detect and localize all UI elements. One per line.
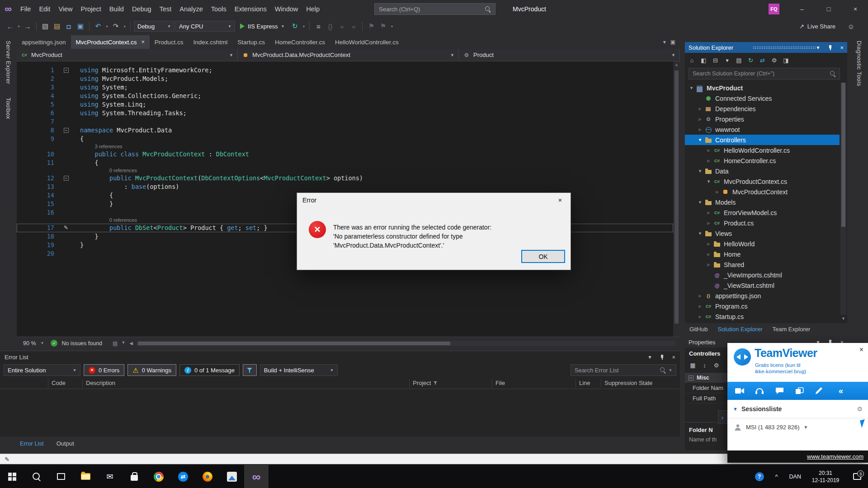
codelens-references[interactable]: 3 references xyxy=(17,143,673,150)
expander-icon[interactable]: ▹ xyxy=(713,189,721,195)
tree-item-controllers[interactable]: ▾Controllers xyxy=(685,135,840,145)
expander-icon[interactable]: ▹ xyxy=(705,147,712,153)
back-icon[interactable]: ← xyxy=(5,20,15,32)
file-transfer-icon[interactable] xyxy=(794,386,804,395)
show-hidden-icons-button[interactable]: ^ xyxy=(769,465,785,488)
run-iis-express-button[interactable]: IIS Express ▼ xyxy=(236,20,288,32)
column-header-file[interactable]: File xyxy=(495,380,505,386)
chevron-down-icon[interactable]: ▼ xyxy=(121,340,125,347)
expander-icon[interactable]: ▹ xyxy=(696,127,704,132)
expander-icon[interactable]: ▹ xyxy=(696,303,704,309)
minimize-button[interactable]: – xyxy=(791,0,813,18)
session-item[interactable]: MSI (1 483 292 826) ▼ xyxy=(734,423,808,431)
panel-tab-solution-explorer[interactable]: Solution Explorer xyxy=(717,326,762,333)
side-tab-server-explorer[interactable]: Server Explorer xyxy=(5,41,12,84)
scrollbar-thumb[interactable] xyxy=(675,70,679,324)
solution-search-input[interactable]: Search Solution Explorer (Ctrl+") xyxy=(689,68,840,80)
caret-icon[interactable]: ▾ xyxy=(104,20,109,32)
chevron-down-icon[interactable]: ▼ xyxy=(648,355,652,360)
open-folder-icon[interactable]: ▤ xyxy=(52,20,62,32)
whiteboard-icon[interactable] xyxy=(814,386,824,395)
scrollbar-thumb[interactable] xyxy=(138,342,450,345)
tree-item-views[interactable]: ▾Views xyxy=(685,228,840,239)
tab-index-cshtml[interactable]: Index.cshtml xyxy=(188,35,232,49)
collapse-icon[interactable]: ⊟ xyxy=(710,55,721,66)
menu-debug[interactable]: Debug xyxy=(128,0,156,18)
tag-icon[interactable]: ▤ xyxy=(113,340,118,347)
expander-icon[interactable]: ▹ xyxy=(705,158,712,164)
window-list-icon[interactable]: ▣ xyxy=(670,39,675,45)
caret-icon[interactable]: ▾ xyxy=(389,20,394,32)
maximize-button[interactable]: □ xyxy=(818,0,840,18)
scroll-down-icon[interactable]: ▼ xyxy=(840,315,846,321)
outdent-icon[interactable]: « xyxy=(348,20,359,32)
menu-window[interactable]: Window xyxy=(271,0,302,18)
menu-project[interactable]: Project xyxy=(77,0,105,18)
split-handle[interactable]: ≡ xyxy=(673,62,680,68)
tree-item-mvcproduct[interactable]: ▾MvcProduct xyxy=(685,83,840,93)
undo-icon[interactable]: ↶ xyxy=(93,20,104,32)
expander-icon[interactable]: ▹ xyxy=(696,116,704,122)
side-tab-diagnostic-tools[interactable]: Diagnostic Tools xyxy=(856,41,863,342)
expander-icon[interactable]: ▹ xyxy=(696,106,704,112)
tree-item-wwwroot[interactable]: ▹wwwroot xyxy=(685,124,840,135)
tree-item-errorviewmodel-cs[interactable]: ▹C#ErrorViewModel.cs xyxy=(685,207,840,218)
menu-view[interactable]: View xyxy=(54,0,76,18)
fold-icon[interactable]: − xyxy=(64,68,69,73)
session-list-header[interactable]: ▼ Sessionsliste xyxy=(733,405,782,413)
bookmark-icon[interactable]: ⚑ xyxy=(366,20,377,32)
action-center-button[interactable]: 3 xyxy=(846,465,868,488)
expander-icon[interactable]: ▹ xyxy=(705,241,712,247)
debug-configuration-select[interactable]: Debug▼ xyxy=(134,21,175,32)
tab-startup-cs[interactable]: Startup.cs xyxy=(232,35,270,49)
pending-changes-icon[interactable]: ▾ xyxy=(663,39,666,45)
tree-item-startup-cs[interactable]: ▹C#Startup.cs xyxy=(685,311,840,322)
expander-icon[interactable]: ▾ xyxy=(688,85,695,91)
editor-vertical-scrollbar[interactable] xyxy=(673,69,680,337)
breadcrumb-mvcproduct-data-mvcproductcontext[interactable]: MvcProduct.Data.MvcProductContext▼ xyxy=(238,49,459,61)
language-indicator[interactable]: DAN xyxy=(786,474,805,480)
expander-icon[interactable]: ▾ xyxy=(696,137,704,143)
tree-item-connected-services[interactable]: Connected Services xyxy=(685,93,840,103)
task-view-button[interactable] xyxy=(49,465,73,488)
caret-icon[interactable]: ▾ xyxy=(16,20,21,32)
tree-item-helloworldcontroller-cs[interactable]: ▹C#HelloWorldController.cs xyxy=(685,145,840,155)
menu-test[interactable]: Test xyxy=(156,0,176,18)
expander-icon[interactable]: ▹ xyxy=(696,314,704,319)
headset-icon[interactable] xyxy=(755,386,764,395)
error-list-search-input[interactable]: Search Error List ▼ xyxy=(571,364,676,376)
save-all-icon[interactable]: ▣ xyxy=(75,20,86,32)
tree-item-viewimports-cshtml[interactable]: @_ViewImports.cshtml xyxy=(685,270,840,280)
expander-icon[interactable]: ▾ xyxy=(696,199,704,205)
scope-select[interactable]: Entire Solution▼ xyxy=(4,364,80,376)
filter-button[interactable] xyxy=(243,364,257,376)
tab-mvcproductcontext-cs[interactable]: MvcProductContext.cs× xyxy=(71,35,150,49)
expander-icon[interactable]: ▹ xyxy=(696,293,704,299)
scroll-left-icon[interactable]: ◀ xyxy=(129,341,133,346)
panel-tab-error-list[interactable]: Error List xyxy=(20,440,44,447)
close-icon[interactable]: × xyxy=(672,354,675,361)
breadcrumb-product[interactable]: ⚙Product▼ xyxy=(459,49,680,61)
tree-item-home[interactable]: ▹Home xyxy=(685,249,840,259)
menu-help[interactable]: Help xyxy=(302,0,324,18)
menu-analyze[interactable]: Analyze xyxy=(175,0,207,18)
files-icon[interactable]: ▤ xyxy=(734,55,744,66)
errors-filter-button[interactable]: ✕ 0 Errors xyxy=(84,364,124,376)
store-button[interactable] xyxy=(122,465,146,488)
column-header-suppression-state[interactable]: Suppression State xyxy=(604,380,652,386)
tree-item-mvcproductcontext-cs[interactable]: ▾C#MvcProductContext.cs xyxy=(685,176,840,187)
expander-icon[interactable]: ▹ xyxy=(705,251,712,257)
live-share-button[interactable]: ↗ Live Share xyxy=(799,18,835,34)
expander-icon[interactable]: ▾ xyxy=(696,230,704,236)
tab-helloworldcontroller-cs[interactable]: HelloWorldController.cs xyxy=(330,35,404,49)
save-icon[interactable]: ◘ xyxy=(63,20,74,32)
pen-icon[interactable]: ✎ xyxy=(5,456,9,463)
tree-item-product-cs[interactable]: ▹C#Product.cs xyxy=(685,218,840,228)
expander-icon[interactable]: ▾ xyxy=(696,168,704,174)
home-icon[interactable]: ⌂ xyxy=(687,55,697,66)
breadcrumb-mvcproduct[interactable]: C#MvcProduct▼ xyxy=(17,49,238,61)
quick-search-input[interactable]: Search (Ctrl+Q) xyxy=(374,3,495,15)
column-header-code[interactable]: Code xyxy=(52,380,66,386)
fold-icon[interactable]: − xyxy=(64,176,69,181)
collapse-icon[interactable]: − xyxy=(689,375,693,380)
